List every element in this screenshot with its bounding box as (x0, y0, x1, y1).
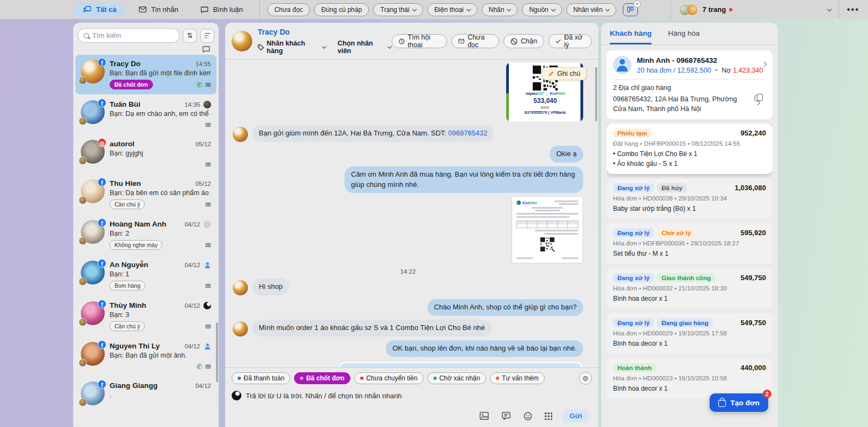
conversation-item[interactable]: f Tuấn Bùi14:35 Bạn: Dạ em chào anh, em … (75, 95, 216, 134)
mark-done-button[interactable]: Đã xử lý (548, 34, 592, 48)
filter-source[interactable]: Nguồn (522, 3, 561, 16)
order-confirmation-card[interactable]: Cảm ơn Minh Anh đã đặt hàng. Bạn vui lòn… (338, 361, 583, 367)
facebook-badge-icon: f (98, 218, 106, 227)
conversation-item[interactable]: f Tracy Do14:55 Bạn: Bạn đã gửi một file… (75, 55, 216, 94)
chat-customer-name[interactable]: Tracy Do (258, 28, 392, 36)
customer-card[interactable]: Minh Anh - 0968765432 20 hóa đơn / 12,59… (607, 50, 773, 119)
qr-bank: 8379555579 | VPBank (513, 110, 578, 115)
mark-unread-button[interactable]: Chưa đọc (451, 34, 499, 48)
envelope-icon: ✉ (205, 241, 211, 249)
address-count: 2 Địa chỉ giao hàng (613, 84, 766, 92)
quick-tag-consult-more[interactable]: Tư vấn thêm (490, 372, 545, 384)
invoice-stats-link[interactable]: 20 hóa đơn / 12,592,500 (637, 67, 711, 74)
order-amount: 549,750 (741, 274, 766, 282)
filter-staff[interactable]: Nhân viên (566, 3, 616, 16)
send-button[interactable]: Gửi (563, 409, 589, 423)
platform-badge-icon: ◎ (98, 138, 106, 147)
avatar: f (81, 100, 105, 124)
conversation-list: f Tracy Do14:55 Bạn: Bạn đã gửi một file… (73, 46, 219, 426)
conversation-item[interactable]: f Giang Giangg04/12 . (75, 377, 216, 410)
tab-comments[interactable]: Bình luận (190, 3, 252, 17)
conversation-item[interactable]: ◎ autorol05/12 Bạn: gyjghj ✉ (75, 135, 216, 173)
avatar: f (81, 342, 105, 366)
sort-button[interactable]: ⇅ (183, 29, 197, 43)
message-input[interactable]: Trả lời từ U là trời. Nhấn / để chọn tin… (232, 391, 592, 400)
apps-grid-icon[interactable] (544, 412, 552, 420)
filter-list-button[interactable] (200, 29, 214, 43)
order-items: Bình hoa decor x 1 (613, 339, 766, 348)
order-card[interactable]: Đang xử lýĐã hủy 1,036,080 Hóa đơn • HD0… (607, 178, 773, 219)
order-card[interactable]: Hoàn thành 440,000 Hóa đơn • HD000023 • … (607, 358, 773, 399)
quick-tag-closed[interactable]: Đã chốt đơn (294, 372, 350, 384)
message-bubble[interactable]: Hi shop (252, 279, 289, 295)
envelope-icon: ✉ (205, 282, 211, 290)
order-card[interactable]: Đang xử lýGiao thành công 549,750 Hóa đơ… (607, 268, 773, 309)
phone-link[interactable]: 0968765432 (448, 129, 487, 137)
conversation-item[interactable]: f An Nguyễn04/12 Bạn: 1 Bom hàng✉ (75, 256, 216, 295)
tab-customer[interactable]: Khách hàng (610, 29, 652, 44)
search-box[interactable] (78, 28, 180, 43)
shipping-address[interactable]: 0968765432, 12A Hai Bà Trưng, Phường Cửa… (613, 94, 766, 114)
order-card[interactable]: Đang xử lýĐang giao hàng 549,750 Hóa đơn… (607, 313, 773, 354)
conversation-item[interactable]: f Thùy Minh04/12 Bạn: 3 Cần chú ý✉ (75, 296, 216, 336)
message-bubble[interactable]: Mình muốn order 1 áo khoác gấu sz S và 1… (252, 320, 492, 337)
quick-tag-no-transfer[interactable]: Chưa chuyển tiền (354, 372, 424, 384)
tab-products[interactable]: Hàng hóa (668, 29, 700, 44)
message-row-outgoing: Okie ạ (233, 146, 583, 163)
chat-header: Tracy Do Nhãn khách hàng Chọn nhân viên … (225, 23, 598, 60)
tab-messages[interactable]: Tin nhắn (129, 3, 187, 17)
gear-icon[interactable]: ⚙ (579, 372, 592, 385)
search-input[interactable] (92, 31, 174, 40)
filter-label[interactable]: Nhãn (482, 3, 518, 16)
message-bubble[interactable]: Chào Minh Anh, shop có thể giúp gì cho b… (427, 299, 583, 316)
chevron-right-icon[interactable] (755, 100, 761, 106)
message-bubble[interactable]: Okie ạ (550, 146, 583, 163)
order-card[interactable]: Đang xử lýChờ xử lý 595,920 Hóa đơn • HD… (607, 223, 773, 264)
facebook-badge-icon: f (98, 300, 106, 308)
status-badge: Đang xử lý (613, 183, 654, 192)
facebook-badge-icon: f (98, 380, 106, 389)
envelope-icon (458, 38, 464, 44)
quick-reply-icon[interactable] (501, 411, 512, 421)
message-bubble[interactable]: Bạn gửi giùm mình đến 12A, Hai Bà Trưng,… (252, 125, 494, 142)
message-row-outgoing: Cảm ơn Minh Anh đã mua hàng. Bạn vui lòn… (233, 166, 583, 193)
quick-tag-pending-confirm[interactable]: Chờ xác nhận (427, 372, 486, 384)
quick-tag-paid[interactable]: Đã thanh toán (232, 372, 290, 384)
conversation-item-partial[interactable] (73, 46, 219, 55)
payment-qr-message[interactable]: napas247 | KiotViet 533,040 KOV 83795555… (233, 63, 583, 121)
invoice-thumbnail[interactable]: KiotViet (512, 196, 583, 263)
order-list[interactable]: Phiếu tạm 952,240 Đặt hàng • DHFBP000015… (607, 124, 773, 403)
block-button[interactable]: Chặn (503, 34, 544, 48)
image-attach-icon[interactable] (479, 411, 490, 421)
filter-unread[interactable]: Chưa đọc (267, 3, 310, 16)
order-card[interactable]: Phiếu tạm 952,240 Đặt hàng • DHFBP000015… (607, 124, 773, 174)
chevron-down-icon[interactable] (827, 7, 832, 11)
note-button[interactable]: Ghi chú (542, 67, 586, 80)
invoice-image-message[interactable]: KiotViet (233, 196, 583, 263)
envelope-icon: ✉ (205, 200, 211, 209)
conversation-item[interactable]: f Nguyen Thi Ly04/12 Bạn: Bạn đã gửi một… (75, 337, 216, 376)
chat-scrollbar[interactable] (595, 67, 597, 121)
create-order-button[interactable]: Tạo đơn 2 (710, 393, 768, 412)
filter-syntax[interactable]: Đúng cú pháp (314, 3, 369, 16)
message-bubble[interactable]: Cảm ơn Minh Anh đã mua hàng. Bạn vui lòn… (344, 166, 583, 193)
filter-phone[interactable]: Điện thoại (427, 3, 477, 16)
conversation-item[interactable]: f Hoàng Nam Anh04/12 Bạn: 2 Không nghe m… (75, 215, 216, 255)
message-bubble[interactable]: OK bạn, shop lên đơn, khi nào hàng về sẽ… (386, 340, 583, 357)
order-meta: Hóa đơn • HD000029 • 19/10/2025 17:58 (613, 330, 766, 337)
page-avatars[interactable] (679, 4, 698, 16)
assign-staff-dropdown[interactable]: Chọn nhân viên (337, 40, 392, 55)
sidebar-scrollbar[interactable] (216, 322, 218, 382)
message-list[interactable]: napas247 | KiotViet 533,040 KOV 83795555… (225, 60, 598, 367)
tab-all[interactable]: Tất cả (73, 3, 125, 17)
find-conversation-button[interactable]: Tìm hội thoại (392, 34, 447, 48)
board-view-button[interactable]: × (623, 3, 638, 16)
emoji-icon[interactable] (522, 411, 533, 421)
more-menu-icon[interactable]: ••• (847, 5, 859, 15)
envelope-icon: ✉ (205, 160, 211, 169)
close-icon[interactable]: × (634, 1, 641, 8)
conversation-item[interactable]: f Thu Hien05/12 Bạn: Dạ bên em có sản ph… (75, 174, 216, 214)
filter-status[interactable]: Trạng thái (373, 3, 423, 16)
order-amount: 1,036,080 (735, 184, 766, 192)
customer-label-dropdown[interactable]: Nhãn khách hàng (258, 40, 326, 55)
